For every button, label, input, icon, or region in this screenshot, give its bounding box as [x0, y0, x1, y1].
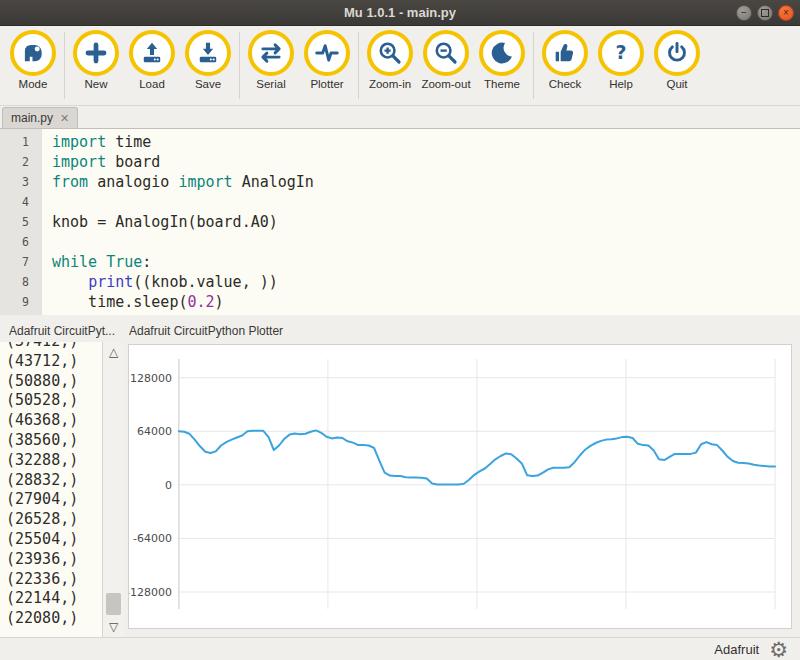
- toolbar-button-label: Plotter: [310, 78, 343, 90]
- code-line: print((knob.value, )): [52, 272, 800, 292]
- serial-value-line: (27904,): [6, 490, 102, 510]
- serial-scrollbar[interactable]: △ ▽: [102, 342, 124, 637]
- plotter-pane: 128000640000-64000-128000: [124, 342, 800, 637]
- toolbar-separator: [239, 32, 240, 99]
- code-line: while True:: [52, 252, 800, 272]
- y-axis-tick-label: 128000: [130, 372, 172, 385]
- device-name-label: Adafruit: [714, 642, 759, 657]
- scrollbar-thumb[interactable]: [106, 593, 121, 615]
- code-line: time.sleep(0.2): [52, 292, 800, 312]
- serial-value-line: (28832,): [6, 471, 102, 491]
- serial-value-line: (38560,): [6, 431, 102, 451]
- line-number: 9: [0, 292, 42, 312]
- toolbar-button-label: Zoom-out: [421, 78, 470, 90]
- toolbar: ModeNewLoadSaveSerialPlotterZoom-inZoom-…: [0, 26, 800, 106]
- toolbar-separator: [64, 32, 65, 99]
- panel-body: (37412,)(43712,)(50880,)(50528,)(46368,)…: [0, 342, 800, 637]
- toolbar-button-check[interactable]: Check: [537, 30, 593, 90]
- pulse-icon: [304, 30, 350, 76]
- window-controls: − ×: [736, 0, 794, 25]
- serial-value-line: (50528,): [6, 391, 102, 411]
- toolbar-button-label: Zoom-in: [369, 78, 411, 90]
- serial-pane-title: Adafruit CircuitPyt...: [0, 324, 124, 338]
- toolbar-button-save[interactable]: Save: [180, 30, 236, 90]
- tab-bar: main.py ✕: [0, 106, 800, 128]
- serial-value-line: (26528,): [6, 510, 102, 530]
- line-number: 2: [0, 152, 42, 172]
- tab-close-icon[interactable]: ✕: [60, 112, 69, 125]
- power-icon: [654, 30, 700, 76]
- toolbar-button-label: New: [84, 78, 107, 90]
- toolbar-button-quit[interactable]: Quit: [649, 30, 705, 90]
- serial-value-line: (43712,): [6, 352, 102, 372]
- code-editor[interactable]: 123456789 import timeimport boardfrom an…: [0, 128, 800, 315]
- close-button-icon[interactable]: ×: [778, 5, 794, 21]
- status-bar: Adafruit ⚙: [0, 637, 800, 660]
- zoom-out-icon: [423, 30, 469, 76]
- serial-value-line: (22336,): [6, 570, 102, 590]
- toolbar-button-help[interactable]: ?Help: [593, 30, 649, 90]
- toolbar-button-label: Theme: [484, 78, 520, 90]
- serial-value-line: (50880,): [6, 372, 102, 392]
- maximize-button-icon[interactable]: [757, 5, 773, 21]
- code-line: import board: [52, 152, 800, 172]
- scroll-down-icon[interactable]: ▽: [109, 617, 118, 637]
- toolbar-button-new[interactable]: New: [68, 30, 124, 90]
- code-line: knob = AnalogIn(board.A0): [52, 212, 800, 232]
- zoom-in-icon: [367, 30, 413, 76]
- tab-label: main.py: [11, 111, 53, 125]
- code-line: [52, 232, 800, 252]
- mu-editor-window: Mu 1.0.1 - main.py − × ModeNewLoadSaveSe…: [0, 0, 800, 660]
- toolbar-button-plotter[interactable]: Plotter: [299, 30, 355, 90]
- y-axis-tick-label: -128000: [129, 586, 172, 599]
- y-axis-tick-label: -64000: [133, 532, 172, 545]
- scroll-up-icon[interactable]: △: [109, 342, 118, 362]
- code-line: [52, 192, 800, 212]
- toolbar-button-label: Save: [195, 78, 221, 90]
- toolbar-button-zoom-in[interactable]: Zoom-in: [362, 30, 418, 90]
- line-number: 8: [0, 272, 42, 292]
- titlebar: Mu 1.0.1 - main.py − ×: [0, 0, 800, 26]
- serial-value-line: (23936,): [6, 550, 102, 570]
- serial-value-line: (22144,): [6, 589, 102, 609]
- toolbar-button-load[interactable]: Load: [124, 30, 180, 90]
- tab-main-py[interactable]: main.py ✕: [2, 107, 78, 128]
- download-icon: [185, 30, 231, 76]
- toolbar-button-mode[interactable]: Mode: [5, 30, 61, 90]
- serial-value-line: (32288,): [6, 451, 102, 471]
- serial-output-text: (37412,)(43712,)(50880,)(50528,)(46368,)…: [0, 342, 102, 637]
- toolbar-button-label: Help: [609, 78, 633, 90]
- line-number: 7: [0, 252, 42, 272]
- line-number: 6: [0, 232, 42, 252]
- panel-headers: Adafruit CircuitPyt... Adafruit CircuitP…: [0, 319, 800, 342]
- plotter-chart: 128000640000-64000-128000: [129, 345, 791, 628]
- scrollbar-track[interactable]: [103, 362, 124, 617]
- serial-value-line: (46368,): [6, 411, 102, 431]
- toolbar-button-label: Check: [549, 78, 582, 90]
- gear-icon[interactable]: ⚙: [769, 639, 788, 660]
- toolbar-separator: [533, 32, 534, 99]
- line-number: 1: [0, 132, 42, 152]
- svg-text:?: ?: [616, 41, 627, 63]
- toolbar-button-zoom-out[interactable]: Zoom-out: [418, 30, 474, 90]
- toolbar-button-theme[interactable]: Theme: [474, 30, 530, 90]
- plus-icon: [73, 30, 119, 76]
- question-icon: ?: [598, 30, 644, 76]
- toolbar-button-label: Load: [139, 78, 165, 90]
- line-number: 5: [0, 212, 42, 232]
- window-title: Mu 1.0.1 - main.py: [344, 5, 456, 20]
- code-line: from analogio import AnalogIn: [52, 172, 800, 192]
- line-number: 3: [0, 172, 42, 192]
- toolbar-button-serial[interactable]: Serial: [243, 30, 299, 90]
- mu-logo-icon: [10, 30, 56, 76]
- y-axis-tick-label: 0: [165, 479, 172, 492]
- moon-icon: [479, 30, 525, 76]
- code-line: import time: [52, 132, 800, 152]
- serial-value-line: (25504,): [6, 530, 102, 550]
- code-area: import timeimport boardfrom analogio imp…: [42, 129, 800, 315]
- serial-output-pane[interactable]: (37412,)(43712,)(50880,)(50528,)(46368,)…: [0, 342, 124, 637]
- y-axis-tick-label: 64000: [137, 425, 172, 438]
- minimize-button-icon[interactable]: −: [736, 5, 752, 21]
- thumbs-up-icon: [542, 30, 588, 76]
- serial-arrows-icon: [248, 30, 294, 76]
